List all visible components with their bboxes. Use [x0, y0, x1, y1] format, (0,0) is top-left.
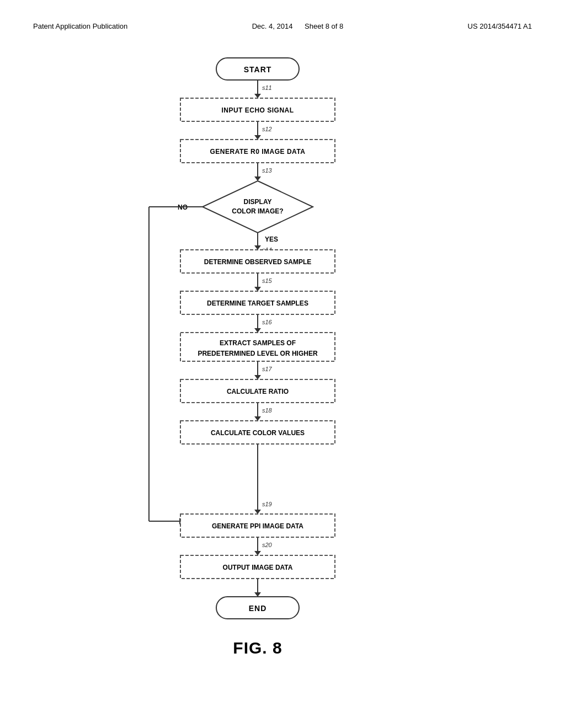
svg-text:EXTRACT SAMPLES OF: EXTRACT SAMPLES OF [220, 339, 296, 347]
svg-marker-3 [254, 94, 261, 98]
svg-text:OUTPUT IMAGE DATA: OUTPUT IMAGE DATA [223, 564, 293, 571]
publication-label: Patent Application Publication [33, 22, 127, 30]
svg-text:GENERATE R0 IMAGE DATA: GENERATE R0 IMAGE DATA [210, 148, 305, 156]
svg-text:s19: s19 [262, 501, 272, 507]
svg-text:END: END [249, 604, 267, 613]
sheet-label: Sheet 8 of 8 [305, 22, 343, 30]
svg-text:PREDETERMINED LEVEL OR HIGHER: PREDETERMINED LEVEL OR HIGHER [198, 350, 317, 357]
header-left: Patent Application Publication [33, 22, 127, 30]
header-center: Dec. 4, 2014 Sheet 8 of 8 [252, 22, 344, 30]
svg-text:GENERATE PPI IMAGE DATA: GENERATE PPI IMAGE DATA [212, 522, 303, 530]
svg-text:DISPLAY: DISPLAY [244, 198, 272, 206]
page-header: Patent Application Publication Dec. 4, 2… [0, 0, 565, 41]
svg-text:s11: s11 [262, 84, 272, 91]
svg-marker-35 [254, 328, 261, 333]
svg-text:s18: s18 [262, 407, 273, 414]
svg-marker-8 [254, 135, 261, 140]
svg-marker-51 [254, 510, 261, 514]
svg-text:DETERMINE TARGET SAMPLES: DETERMINE TARGET SAMPLES [207, 299, 308, 307]
svg-marker-41 [254, 375, 261, 379]
svg-text:START: START [244, 65, 272, 74]
svg-text:INPUT ECHO SIGNAL: INPUT ECHO SIGNAL [221, 106, 294, 114]
svg-marker-13 [254, 176, 261, 181]
svg-text:s20: s20 [262, 542, 273, 548]
svg-marker-15 [202, 181, 313, 233]
svg-text:s15: s15 [262, 277, 273, 284]
svg-text:FIG. 8: FIG. 8 [233, 639, 282, 657]
svg-text:s13: s13 [262, 167, 273, 174]
svg-text:COLOR IMAGE?: COLOR IMAGE? [232, 207, 283, 215]
date-label: Dec. 4, 2014 [252, 22, 293, 30]
svg-marker-56 [254, 551, 261, 555]
svg-marker-46 [254, 416, 261, 421]
svg-marker-61 [254, 592, 261, 597]
header-right: US 2014/354471 A1 [468, 22, 532, 30]
svg-text:s17: s17 [262, 366, 273, 372]
svg-marker-30 [254, 287, 261, 291]
svg-text:s16: s16 [262, 319, 273, 325]
svg-marker-19 [254, 245, 261, 250]
svg-text:YES: YES [265, 235, 278, 243]
svg-text:DETERMINE OBSERVED SAMPLE: DETERMINE OBSERVED SAMPLE [204, 258, 311, 266]
patent-number: US 2014/354471 A1 [468, 22, 532, 30]
svg-text:s12: s12 [262, 126, 272, 132]
svg-text:CALCULATE COLOR VALUES: CALCULATE COLOR VALUES [211, 429, 305, 437]
svg-text:CALCULATE RATIO: CALCULATE RATIO [227, 388, 289, 395]
